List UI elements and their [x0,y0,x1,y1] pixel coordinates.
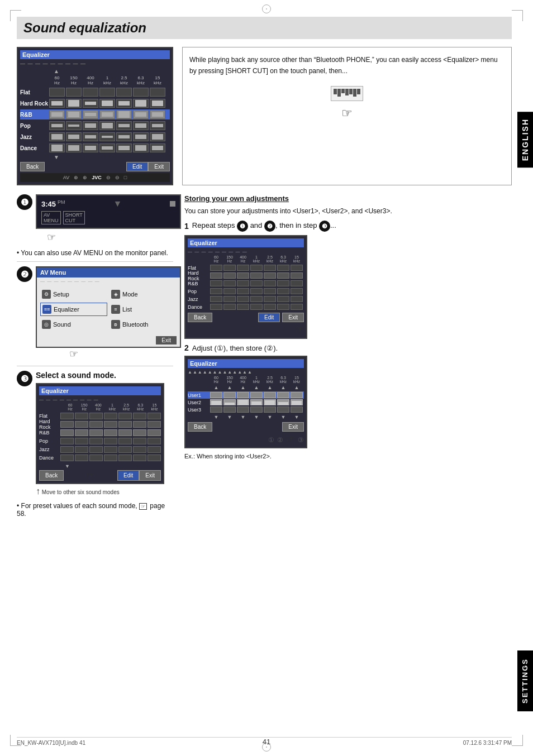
av-menu-header: AV Menu [37,267,180,277]
description-box: While playing back any source other than… [182,47,512,185]
storing-edit-btn1[interactable]: Edit [258,313,280,322]
storing-text: You can store your adjustments into <Use… [184,207,512,215]
eq-bottom-buttons: Back Edit Exit [20,162,170,171]
circle-3-label: ③ [298,436,304,444]
av-menu-panel: AV Menu — — — — — — — — — ⚙ Setup ◈ Mode [36,266,181,348]
storing-exit-btn2[interactable]: Exit [282,422,304,432]
storing-step-2-label: 2 Adjust (①), then store (②). [184,343,512,352]
setup-icon: ⚙ [42,290,51,299]
equalizer-icon: ≡≡ [42,305,51,314]
eq-panel-storing2: Equalizer ▲▲▲▲▲▲▲▲▲▲▲▲▲ 60Hz 150Hz 400Hz… [184,356,307,448]
eq3-exit-btn[interactable]: Exit [139,470,161,481]
hand-icon-3: ☞ [87,470,94,481]
settings-tab: SETTINGS [517,650,533,711]
dropdown-icon: ▼ [113,199,122,209]
storing-exit-btn1[interactable]: Exit [282,313,304,322]
sound-icon: ◎ [42,320,51,329]
divider-2 [17,366,173,366]
eq-rows: Flat Hard Rock [20,87,170,153]
eq-row-dance: Dance [20,143,170,153]
right-column: Storing your own adjustments You can sto… [184,194,512,520]
reg-mark-top [262,4,271,13]
eq3-edit-btn[interactable]: Edit [117,470,139,481]
step-3-row: ❸ Select a sound mode. Equalizer — — — —… [17,371,173,496]
step-3-label: Select a sound mode. [36,371,173,380]
step-1-row: ❶ 3:45 PM ▼ AVMENU [17,194,173,243]
mode-icon: ◈ [111,290,120,299]
example-text: Ex.: When storing into <User2>. [184,453,512,460]
touch-time: 3:45 [41,200,56,208]
hand-icon-storing1: ☞ [188,323,304,336]
step-3-circle: ❸ [17,371,32,386]
description-text: While playing back any source other than… [189,54,505,77]
eq-header: Equalizer [20,50,170,59]
eq-panel-step3: Equalizer — — — — — — — — — 60Hz 150Hz 4… [36,383,164,484]
step-3-note: For preset values of each sound mode, ☞ … [17,502,173,518]
eq-row-rb[interactable]: R&B [20,109,170,119]
step-1-note: You can also use AV MENU on the monitor … [17,249,173,257]
english-tab: ENGLISH [517,112,533,168]
eq-exit-btn[interactable]: Exit [148,162,170,171]
equalizer-panel-top: Equalizer — — — — — — — — — ▲ 60Hz 150Hz… [17,47,173,185]
av-menu-mode[interactable]: ◈ Mode [110,288,177,300]
eq3-back-btn[interactable]: Back [39,470,64,481]
eq-panel-storing1: Equalizer — — — — — — — — — 60Hz 150Hz 4… [184,235,307,339]
storing-back-btn2[interactable]: Back [188,422,212,432]
av-menu-list[interactable]: ≡ List [110,303,177,316]
eq-header-3: Equalizer [39,386,161,395]
av-menu-equalizer[interactable]: ≡≡ Equalizer [40,303,107,316]
av-menu-bluetooth[interactable]: ʚ Bluetooth [110,318,177,331]
av-menu-setup[interactable]: ⚙ Setup [40,288,107,300]
eq-row-jazz: Jazz [20,132,170,142]
corner-br [512,735,523,746]
step-2-row: ❷ AV Menu — — — — — — — — — ⚙ Setup ◈ [17,266,173,360]
divider-1 [17,261,173,262]
storing-step2-text: Adjust (①), then store (②). [192,344,278,352]
step-1-circle: ❶ [17,194,32,210]
hand-icon-storing2: ☞ [286,433,295,444]
av-menu-exit-btn[interactable]: Exit [156,336,177,344]
page-title: Sound equalization [17,17,512,39]
top-section: Equalizer — — — — — — — — — ▲ 60Hz 150Hz… [17,47,512,185]
eq-back-btn[interactable]: Back [20,162,45,171]
hand-icon-2: ☞ [69,348,181,360]
ref-icon: ☞ [139,503,147,510]
av-menu-exit-area: Exit [37,334,180,347]
list-icon: ≡ [111,305,120,314]
touch-display: 3:45 PM ▼ AVMENU SHORTCUT [36,194,181,229]
storing-back-btn1[interactable]: Back [188,313,212,322]
step-2-circle: ❷ [17,266,32,282]
av-menu-sound[interactable]: ◎ Sound [40,318,107,331]
display-dot [170,201,175,207]
av-menu-grid: ⚙ Setup ◈ Mode ≡≡ Equalizer [37,285,180,334]
storing-heading: Storing your own adjustments [184,194,512,203]
hand-icon-1: ☞ [47,231,181,243]
two-col-section: ❶ 3:45 PM ▼ AVMENU [17,194,512,520]
eq-row-pop: Pop [20,121,170,131]
corner-tr [512,10,523,21]
eq-row-hardrock: Hard Rock [20,98,170,108]
eq-dots: — — — — — — — — — [20,61,170,66]
footer-left: EN_KW-AVX710[U].indb 41 [17,740,85,746]
circle-2-label: ② [277,436,283,444]
annotation-area: ↑ Move to other six sound modes [36,486,173,496]
main-content: Sound equalization Equalizer — — — — — —… [17,17,512,734]
footer-right: 07.12.6 3:31:47 PM [463,740,512,746]
circle-1-label: ① [268,436,274,444]
storing-step-1-label: 1 Repeat steps ❶ and ❷, then in step ❸..… [184,221,512,232]
hand-icon-area: ☞ [189,86,505,123]
eq-edit-btn[interactable]: Edit [126,162,148,171]
left-column: ❶ 3:45 PM ▼ AVMENU [17,194,173,520]
eq-row-flat: Flat [20,87,170,97]
bluetooth-icon: ʚ [111,320,120,329]
page-footer: EN_KW-AVX710[U].indb 41 07.12.6 3:31:47 … [17,737,512,746]
av-menu-dots: — — — — — — — — — [37,277,180,285]
eq-freq-labels: 60Hz 150Hz 400Hz 1kHz 2.5kHz 6.3kHz 15kH… [20,75,170,85]
hand-cursor-icon: ☞ [189,103,505,123]
